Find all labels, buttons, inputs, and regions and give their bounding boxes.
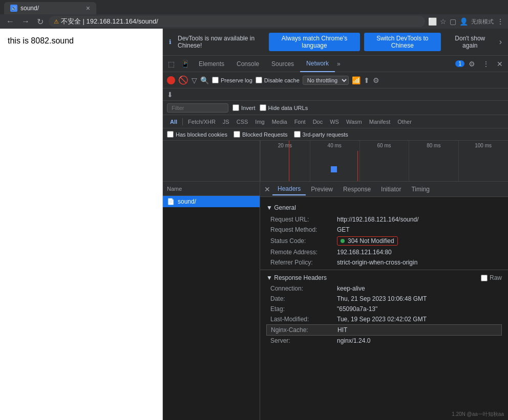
address-text: 不安全 | 192.168.121.164/sound/ bbox=[61, 17, 158, 26]
third-party-label[interactable]: 3rd-party requests bbox=[294, 131, 348, 138]
header-value-remote: 192.168.121.164:80 bbox=[337, 249, 392, 256]
has-blocked-cookies-checkbox[interactable] bbox=[167, 131, 174, 138]
invert-label[interactable]: Invert bbox=[232, 104, 256, 111]
resp-key-date: Date: bbox=[270, 295, 337, 302]
grid-line-4 bbox=[409, 141, 458, 181]
profile-button[interactable]: 👤 bbox=[459, 17, 468, 26]
devtools-tabs: ⬚ 📱 Elements Console Sources Network » 1… bbox=[163, 56, 508, 72]
third-party-checkbox[interactable] bbox=[294, 131, 301, 138]
raw-checkbox-label[interactable]: Raw bbox=[481, 274, 502, 281]
type-btn-css[interactable]: CSS bbox=[234, 118, 251, 126]
type-btn-wasm[interactable]: Wasm bbox=[343, 118, 365, 126]
download-icon[interactable]: ⬇ bbox=[167, 91, 173, 99]
type-btn-manifest[interactable]: Manifest bbox=[366, 118, 394, 126]
filter-button[interactable]: ▽ bbox=[192, 76, 197, 84]
detail-tab-timing[interactable]: Timing bbox=[406, 184, 435, 195]
tab-sources[interactable]: Sources bbox=[265, 56, 300, 72]
detail-tab-headers[interactable]: Headers bbox=[272, 183, 306, 195]
more-tabs-button[interactable]: » bbox=[335, 57, 343, 71]
tab-network[interactable]: Network bbox=[300, 56, 335, 72]
detail-tab-initiator[interactable]: Initiator bbox=[376, 184, 406, 195]
detail-tab-preview[interactable]: Preview bbox=[306, 184, 338, 195]
resp-value-connection: keep-alive bbox=[337, 285, 365, 292]
tab-favicon: 🔊 bbox=[10, 5, 17, 12]
page-content: this is 8082.sound bbox=[8, 36, 74, 45]
detail-tab-response[interactable]: Response bbox=[338, 184, 376, 195]
preserve-log-checkbox[interactable] bbox=[212, 77, 219, 83]
devtools-panel: ℹ DevTools is now available in Chinese! … bbox=[163, 29, 508, 420]
blocked-requests-label[interactable]: Blocked Requests bbox=[234, 131, 288, 138]
general-section-header[interactable]: ▼ General bbox=[260, 201, 508, 214]
resp-header-server: Server: nginx/1.24.0 bbox=[260, 336, 508, 346]
network-settings-icon[interactable]: ⚙ bbox=[373, 76, 379, 84]
status-dot bbox=[341, 239, 345, 243]
disable-cache-checkbox[interactable] bbox=[256, 77, 262, 83]
file-item-sound[interactable]: 📄 sound/ bbox=[163, 196, 260, 207]
network-toolbar: 🚫 ▽ 🔍 Preserve log Disable cache No thro… bbox=[163, 72, 508, 89]
type-btn-fetch-xhr[interactable]: Fetch/XHR bbox=[185, 118, 219, 126]
more-options-button[interactable]: ⋮ bbox=[479, 58, 493, 70]
address-bar[interactable]: ⚠ 不安全 | 192.168.121.164/sound/ bbox=[49, 16, 425, 27]
timeline-right: 20 ms 40 ms 60 ms 80 ms 100 ms bbox=[260, 141, 508, 181]
invert-checkbox[interactable] bbox=[232, 104, 239, 111]
filter-input[interactable] bbox=[167, 103, 228, 113]
resp-key-connection: Connection: bbox=[270, 285, 337, 292]
settings-button[interactable]: ⚙ bbox=[465, 58, 478, 70]
bookmark-button[interactable]: ☆ bbox=[440, 17, 447, 26]
throttling-select[interactable]: No throttling bbox=[303, 76, 349, 85]
response-headers-title[interactable]: ▼ Response Headers bbox=[266, 274, 327, 281]
details-tabs: ✕ Headers Preview Response Initiator Tim… bbox=[260, 182, 508, 197]
type-btn-font[interactable]: Font bbox=[291, 118, 309, 126]
type-btn-img[interactable]: Img bbox=[252, 118, 267, 126]
issues-badge[interactable]: 1 bbox=[455, 60, 464, 67]
close-devtools-button[interactable]: ✕ bbox=[494, 58, 506, 70]
timeline-vertical-line bbox=[357, 151, 358, 181]
tab-console[interactable]: Console bbox=[230, 56, 265, 72]
dont-show-again-button[interactable]: Don't show again bbox=[445, 33, 495, 51]
type-btn-ws[interactable]: WS bbox=[327, 118, 342, 126]
disable-cache-label[interactable]: Disable cache bbox=[256, 77, 300, 83]
grid-line-3 bbox=[359, 141, 409, 181]
type-btn-doc[interactable]: Doc bbox=[310, 118, 326, 126]
hide-data-urls-checkbox[interactable] bbox=[260, 104, 266, 111]
detail-close-button[interactable]: ✕ bbox=[264, 185, 270, 193]
type-btn-other[interactable]: Other bbox=[394, 118, 415, 126]
tab-elements[interactable]: Elements bbox=[193, 56, 230, 72]
type-btn-js[interactable]: JS bbox=[220, 118, 232, 126]
reload-button[interactable]: ↻ bbox=[35, 16, 46, 28]
browser-tab[interactable]: 🔊 sound/ × bbox=[4, 2, 96, 14]
always-match-button[interactable]: Always match Chrome's language bbox=[269, 33, 360, 51]
incognito-label: 无痕模式 bbox=[471, 18, 494, 26]
headers-content: ▼ General Request URL: http://192.168.12… bbox=[260, 197, 508, 350]
hide-data-urls-label[interactable]: Hide data URLs bbox=[260, 104, 308, 111]
back-button[interactable]: ← bbox=[4, 16, 16, 27]
header-row-method: Request Method: GET bbox=[260, 225, 508, 235]
element-picker-button[interactable]: ⬚ bbox=[165, 58, 178, 70]
type-btn-all[interactable]: All bbox=[167, 118, 180, 126]
banner-close-button[interactable]: › bbox=[499, 37, 502, 47]
has-blocked-cookies-label[interactable]: Has blocked cookies bbox=[167, 131, 227, 138]
window-button[interactable]: ▢ bbox=[450, 17, 456, 26]
menu-button[interactable]: ⋮ bbox=[497, 17, 504, 26]
switch-chinese-button[interactable]: Switch DevTools to Chinese bbox=[364, 33, 441, 51]
preserve-log-label[interactable]: Preserve log bbox=[212, 77, 252, 83]
resp-value-server: nginx/1.24.0 bbox=[337, 337, 370, 344]
clear-button[interactable]: 🚫 bbox=[178, 75, 188, 85]
forward-button[interactable]: → bbox=[19, 16, 32, 27]
header-row-referrer: Referrer Policy: strict-origin-when-cros… bbox=[260, 257, 508, 268]
resp-key-server: Server: bbox=[270, 337, 337, 344]
tab-close-button[interactable]: × bbox=[86, 4, 90, 12]
device-toolbar-button[interactable]: 📱 bbox=[178, 58, 193, 70]
browser-actions: ⬜ ☆ ▢ 👤 无痕模式 ⋮ bbox=[428, 17, 504, 26]
resp-value-last-modified: Tue, 19 Sep 2023 02:42:02 GMT bbox=[337, 316, 427, 323]
resp-key-etag: Etag: bbox=[270, 305, 337, 313]
raw-checkbox[interactable] bbox=[481, 275, 488, 281]
blocked-requests-checkbox[interactable] bbox=[234, 131, 240, 138]
banner-info-icon: ℹ bbox=[169, 38, 172, 46]
search-button[interactable]: 🔍 bbox=[200, 76, 209, 84]
record-button[interactable] bbox=[167, 76, 175, 84]
translate-button[interactable]: ⬜ bbox=[428, 17, 437, 26]
type-divider bbox=[182, 118, 183, 125]
resp-value-etag: "65090a7a-13" bbox=[337, 305, 377, 313]
type-btn-media[interactable]: Media bbox=[269, 118, 290, 126]
